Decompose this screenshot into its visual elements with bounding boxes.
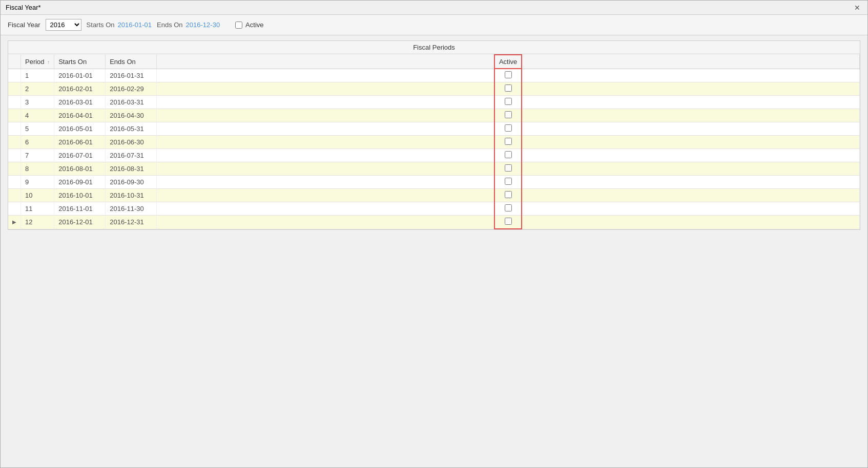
content-area: Fiscal Periods Period ↑ Starts On Ends xyxy=(1,35,867,467)
close-button[interactable]: ✕ xyxy=(852,4,862,11)
spacer-cell xyxy=(157,69,494,82)
ends-on-cell: 2016-07-31 xyxy=(106,149,157,162)
ends-on-cell: 2016-03-31 xyxy=(106,96,157,109)
toolbar: Fiscal Year 2015201620172018 Starts On 2… xyxy=(1,15,867,35)
active-label: Active xyxy=(245,21,263,29)
active-cell[interactable] xyxy=(494,136,522,149)
ends-on-cell: 2016-11-30 xyxy=(106,202,157,216)
row-indicator xyxy=(8,69,21,82)
section-title: Fiscal Periods xyxy=(8,41,860,54)
spacer-cell xyxy=(157,96,494,109)
row-indicator xyxy=(8,176,21,189)
row-indicator xyxy=(8,149,21,162)
table-row: ▶122016-12-012016-12-31 xyxy=(8,216,860,229)
period-active-checkbox[interactable] xyxy=(505,124,512,132)
sort-icon: ↑ xyxy=(47,59,50,65)
trailing-spacer-cell xyxy=(522,162,859,176)
trailing-spacer-cell xyxy=(522,202,859,216)
spacer-cell xyxy=(157,82,494,96)
fiscal-periods-section: Fiscal Periods Period ↑ Starts On Ends xyxy=(8,40,860,230)
fiscal-year-select[interactable]: 2015201620172018 xyxy=(46,19,81,31)
active-cell[interactable] xyxy=(494,122,522,136)
period-active-checkbox[interactable] xyxy=(505,164,512,172)
period-cell: 2 xyxy=(21,82,54,96)
title-bar: Fiscal Year* ✕ xyxy=(1,1,867,15)
period-cell: 9 xyxy=(21,176,54,189)
period-active-checkbox[interactable] xyxy=(505,84,512,92)
active-cell[interactable] xyxy=(494,96,522,109)
active-cell[interactable] xyxy=(494,109,522,122)
starts-on-cell: 2016-05-01 xyxy=(54,122,106,136)
spacer-cell xyxy=(157,162,494,176)
trailing-spacer-cell xyxy=(522,69,859,82)
starts-on-cell: 2016-08-01 xyxy=(54,162,106,176)
active-cell[interactable] xyxy=(494,176,522,189)
table-row: 42016-04-012016-04-30 xyxy=(8,109,860,122)
period-cell: 11 xyxy=(21,202,54,216)
trailing-spacer-cell xyxy=(522,176,859,189)
ends-on-cell: 2016-12-31 xyxy=(106,216,157,229)
table-row: 22016-02-012016-02-29 xyxy=(8,82,860,96)
period-cell: 8 xyxy=(21,162,54,176)
starts-on-cell: 2016-07-01 xyxy=(54,149,106,162)
title-text: Fiscal Year xyxy=(6,4,38,11)
active-cell[interactable] xyxy=(494,162,522,176)
period-active-checkbox[interactable] xyxy=(505,178,512,185)
period-cell: 3 xyxy=(21,96,54,109)
indicator-col-header xyxy=(8,55,21,69)
period-active-checkbox[interactable] xyxy=(505,151,512,158)
ends-on-cell: 2016-09-30 xyxy=(106,176,157,189)
period-active-checkbox[interactable] xyxy=(505,191,512,198)
spacer-cell xyxy=(157,189,494,202)
table-row: 82016-08-012016-08-31 xyxy=(8,162,860,176)
starts-on-cell: 2016-10-01 xyxy=(54,189,106,202)
period-active-checkbox[interactable] xyxy=(505,218,512,225)
periods-table: Period ↑ Starts On Ends On Active xyxy=(8,54,860,229)
ends-on-cell: 2016-02-29 xyxy=(106,82,157,96)
table-row: 72016-07-012016-07-31 xyxy=(8,149,860,162)
starts-on-group: Starts On 2016-01-01 xyxy=(87,21,152,29)
period-active-checkbox[interactable] xyxy=(505,98,512,105)
spacer-col-header xyxy=(157,55,494,69)
starts-on-cell: 2016-06-01 xyxy=(54,136,106,149)
active-cell[interactable] xyxy=(494,202,522,216)
starts-on-col-header[interactable]: Starts On xyxy=(54,55,106,69)
period-cell: 12 xyxy=(21,216,54,229)
row-indicator xyxy=(8,136,21,149)
table-row: 92016-09-012016-09-30 xyxy=(8,176,860,189)
spacer-cell xyxy=(157,216,494,229)
starts-on-cell: 2016-11-01 xyxy=(54,202,106,216)
trailing-spacer-header xyxy=(522,55,859,69)
starts-on-cell: 2016-12-01 xyxy=(54,216,106,229)
trailing-spacer-cell xyxy=(522,96,859,109)
row-indicator xyxy=(8,96,21,109)
ends-on-cell: 2016-04-30 xyxy=(106,109,157,122)
period-cell: 5 xyxy=(21,122,54,136)
spacer-cell xyxy=(157,109,494,122)
row-indicator xyxy=(8,82,21,96)
row-indicator: ▶ xyxy=(8,216,21,229)
period-cell: 10 xyxy=(21,189,54,202)
period-active-checkbox[interactable] xyxy=(505,138,512,145)
active-col-header[interactable]: Active xyxy=(494,55,522,69)
table-row: 32016-03-012016-03-31 xyxy=(8,96,860,109)
ends-on-cell: 2016-01-31 xyxy=(106,69,157,82)
active-cell[interactable] xyxy=(494,149,522,162)
active-cell[interactable] xyxy=(494,189,522,202)
active-checkbox[interactable] xyxy=(235,22,242,29)
active-cell[interactable] xyxy=(494,82,522,96)
ends-on-col-header[interactable]: Ends On xyxy=(106,55,157,69)
table-row: 112016-11-012016-11-30 xyxy=(8,202,860,216)
active-cell[interactable] xyxy=(494,69,522,82)
spacer-cell xyxy=(157,136,494,149)
period-active-checkbox[interactable] xyxy=(505,204,512,211)
row-indicator xyxy=(8,109,21,122)
active-group: Active xyxy=(235,21,263,29)
starts-on-cell: 2016-01-01 xyxy=(54,69,106,82)
period-active-checkbox[interactable] xyxy=(505,111,512,118)
row-indicator xyxy=(8,162,21,176)
period-col-header[interactable]: Period ↑ xyxy=(21,55,54,69)
active-cell[interactable] xyxy=(494,216,522,229)
period-active-checkbox[interactable] xyxy=(505,71,512,78)
window-title: Fiscal Year* xyxy=(6,4,41,11)
